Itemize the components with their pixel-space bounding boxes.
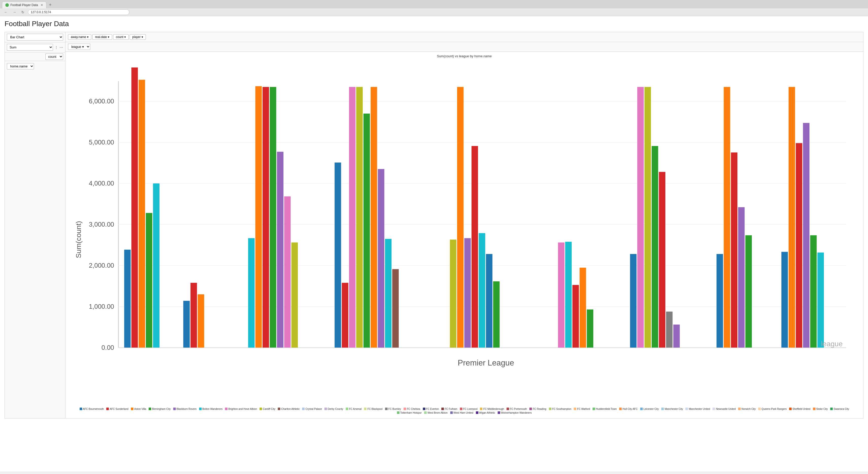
bar bbox=[335, 163, 341, 347]
legend-color bbox=[423, 408, 425, 410]
filter-count[interactable]: count ▾ bbox=[113, 34, 129, 40]
legend-item: Birmingham City bbox=[149, 408, 170, 410]
tab-close-button[interactable]: ✕ bbox=[40, 3, 43, 7]
legend-color bbox=[758, 408, 761, 410]
legend-label: FC Reading bbox=[533, 408, 546, 410]
legend-item: Aston Villa bbox=[131, 408, 146, 410]
legend-label: Aston Villa bbox=[134, 408, 146, 410]
browser-chrome: Football Player Data ✕ + ← → ↻ 127.0.0.1… bbox=[0, 0, 868, 16]
url-bar[interactable]: 127.0.0.1:5174 bbox=[28, 9, 129, 15]
legend-item: Swansea City bbox=[830, 408, 849, 410]
legend-item: FC Liverpool bbox=[460, 408, 477, 410]
address-bar: ← → ↻ 127.0.0.1:5174 bbox=[0, 8, 868, 16]
legend-label: Brighton and Hove Albion bbox=[228, 408, 257, 410]
svg-text:Sum(count): Sum(count) bbox=[74, 221, 83, 258]
dimension-row: home.name away.name league bbox=[5, 61, 65, 71]
tab-favicon bbox=[5, 3, 9, 7]
legend-color bbox=[106, 408, 109, 410]
legend-color bbox=[324, 408, 327, 410]
bar bbox=[630, 254, 637, 347]
bar bbox=[464, 238, 471, 348]
dimension-select[interactable]: home.name away.name league bbox=[7, 63, 34, 69]
legend-label: FC Burnley bbox=[389, 408, 401, 410]
legend-item: Cardiff City bbox=[259, 408, 275, 410]
filter-real-date[interactable]: real.date ▾ bbox=[92, 34, 112, 40]
legend-color bbox=[404, 408, 406, 410]
svg-text:2,000.00: 2,000.00 bbox=[89, 262, 114, 269]
bar bbox=[580, 268, 586, 347]
back-button[interactable]: ← bbox=[3, 10, 9, 15]
bar bbox=[342, 283, 348, 348]
filter-away-name[interactable]: away.name ▾ bbox=[68, 34, 91, 40]
bar bbox=[788, 87, 795, 347]
legend-label: FC Portsmouth bbox=[510, 408, 527, 410]
league-filter-select[interactable]: league ▾ bbox=[68, 44, 90, 50]
legend-color bbox=[199, 408, 202, 410]
bar bbox=[255, 86, 262, 347]
legend-item: Wigan Athletic bbox=[476, 411, 495, 414]
bar bbox=[486, 254, 493, 347]
legend-color bbox=[424, 411, 427, 414]
legend-color bbox=[397, 411, 400, 414]
legend-label: Wigan Athletic bbox=[479, 411, 495, 414]
legend-label: Charlton Athletic bbox=[281, 408, 300, 410]
legend-color bbox=[498, 411, 500, 414]
bar bbox=[572, 285, 579, 347]
legend-color bbox=[619, 408, 622, 410]
legend-item: Derby County bbox=[324, 408, 343, 410]
legend-color bbox=[713, 408, 715, 410]
legend-label: FC Southampton bbox=[552, 408, 571, 410]
chart-type-select[interactable]: Bar Chart Line Chart Scatter Plot bbox=[7, 34, 63, 40]
legend-item: AFC Bournemouth bbox=[80, 408, 104, 410]
bar bbox=[385, 239, 392, 347]
reload-button[interactable]: ↻ bbox=[20, 10, 26, 15]
filter-player[interactable]: player ▾ bbox=[130, 34, 146, 40]
bar bbox=[717, 254, 723, 347]
field-select[interactable]: count player bbox=[45, 54, 63, 60]
legend-label: Derby County bbox=[328, 408, 343, 410]
legend-color bbox=[813, 408, 815, 410]
legend-item: Crystal Palace bbox=[302, 408, 322, 410]
page-content: Football Player Data Bar Chart Line Char… bbox=[0, 16, 868, 471]
bar bbox=[364, 113, 370, 347]
legend-label: FC Arsenal bbox=[349, 408, 362, 410]
bar bbox=[138, 80, 145, 348]
legend-color bbox=[441, 408, 444, 410]
chart-type-section: Bar Chart Line Chart Scatter Plot bbox=[5, 32, 65, 42]
new-tab-button[interactable]: + bbox=[48, 2, 53, 8]
legend-color bbox=[302, 408, 305, 410]
bar bbox=[457, 87, 464, 347]
legend-item: Tottenham Hotspur bbox=[397, 411, 422, 414]
legend-label: Leicester City bbox=[644, 408, 659, 410]
legend-label: Manchester United bbox=[689, 408, 710, 410]
field-row: count player bbox=[5, 53, 65, 61]
forward-button[interactable]: → bbox=[11, 10, 18, 15]
active-tab[interactable]: Football Player Data ✕ bbox=[2, 2, 46, 8]
legend-color bbox=[574, 408, 576, 410]
options-icon[interactable]: ⋮ bbox=[55, 45, 58, 49]
legend-label: Tottenham Hotspur bbox=[400, 411, 422, 414]
svg-text:4,000.00: 4,000.00 bbox=[89, 180, 114, 187]
legend-label: Swansea City bbox=[834, 408, 849, 410]
legend-color bbox=[480, 408, 483, 410]
legend-item: Huddersfield Town bbox=[592, 408, 617, 410]
legend-item: Stoke City bbox=[813, 408, 828, 410]
bar bbox=[349, 87, 355, 347]
bar bbox=[356, 87, 363, 347]
bar bbox=[392, 269, 399, 348]
legend-color bbox=[346, 408, 348, 410]
legend-label: Norwich City bbox=[741, 408, 756, 410]
bar bbox=[565, 242, 572, 348]
bar bbox=[745, 235, 752, 347]
legend-item: Wolverhampton Wanderers bbox=[498, 411, 532, 414]
legend-label: FC Chelsea bbox=[407, 408, 420, 410]
aggregation-select[interactable]: Sum Count Average Min Max bbox=[7, 44, 53, 51]
svg-text:3,000.00: 3,000.00 bbox=[89, 221, 114, 228]
bar-chart-svg: Sum(count) 0.00 1,000.00 2,000.00 3,000.… bbox=[68, 60, 861, 405]
bar bbox=[731, 153, 738, 347]
more-icon[interactable]: ⋯ bbox=[60, 45, 63, 49]
bar bbox=[378, 169, 384, 348]
bar bbox=[796, 143, 802, 348]
bar bbox=[781, 252, 788, 348]
legend-color bbox=[149, 408, 151, 410]
